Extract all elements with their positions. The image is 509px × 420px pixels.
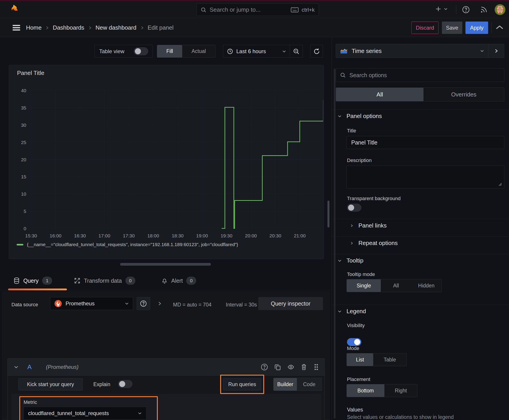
apply-button[interactable]: Apply — [465, 22, 488, 34]
chevron-right-icon — [140, 26, 144, 30]
query-ref-id[interactable]: A — [27, 363, 32, 371]
grafana-logo[interactable] — [8, 4, 20, 15]
hide-response-eye-icon[interactable] — [287, 364, 295, 370]
section-legend[interactable]: Legend — [338, 308, 366, 315]
legend-mode-list[interactable]: List — [347, 353, 373, 366]
breadcrumb-home[interactable]: Home — [26, 24, 42, 31]
run-queries-button[interactable]: Run queries — [223, 378, 261, 390]
query-help-icon[interactable] — [261, 363, 268, 371]
options-scrollbar[interactable] — [334, 69, 335, 419]
section-tooltip[interactable]: Tooltip — [338, 257, 363, 264]
datasource-label: Data source — [11, 302, 38, 308]
hamburger-menu-icon[interactable] — [12, 24, 21, 31]
visibility-label: Visibility — [347, 323, 365, 329]
max-data-points-summary: MD = auto = 704 — [173, 302, 211, 308]
visualization-picker: Time series — [336, 44, 504, 58]
chevron-right-icon — [88, 26, 91, 30]
builder-code-segmented: Builder Code — [273, 378, 322, 391]
chart-legend[interactable]: {__name__="cloudflared_tunnel_total_requ… — [17, 242, 238, 247]
transparent-background-label: Transparent background — [347, 196, 401, 202]
help-icon[interactable] — [462, 6, 470, 14]
explain-toggle[interactable] — [118, 380, 132, 388]
actual-option[interactable]: Actual — [182, 45, 215, 57]
vertical-scrollbar[interactable] — [327, 201, 329, 227]
fill-option[interactable]: Fill — [157, 45, 182, 57]
section-panel-options[interactable]: Panel options — [338, 113, 382, 120]
timeseries-chart[interactable]: 15:3016:0016:3017:0017:3018:0018:3019:00… — [9, 81, 323, 240]
legend-visibility-toggle[interactable] — [347, 338, 361, 346]
section-repeat-options[interactable]: Repeat options — [350, 240, 398, 247]
bell-icon — [161, 278, 168, 284]
datasource-help-button[interactable] — [137, 297, 150, 310]
builder-option[interactable]: Builder — [273, 378, 297, 391]
refresh-button[interactable] — [310, 45, 323, 58]
legend-placement-right[interactable]: Right — [384, 384, 417, 397]
tab-query-count: 1 — [42, 277, 52, 285]
user-avatar[interactable] — [495, 4, 505, 15]
duplicate-query-icon[interactable] — [274, 364, 281, 370]
chevron-right-icon — [350, 224, 353, 228]
top-bar: Search or jump to... ctrl+k — [0, 1, 509, 18]
tab-query-label: Query — [23, 278, 38, 284]
code-option[interactable]: Code — [297, 378, 322, 391]
tab-alert-label: Alert — [171, 278, 183, 284]
collapse-query-chevron-icon[interactable] — [14, 366, 18, 369]
legend-placement-label: Placement — [347, 376, 370, 382]
description-textarea[interactable] — [347, 165, 504, 188]
tooltip-mode-hidden[interactable]: Hidden — [411, 279, 441, 292]
tab-transform-data[interactable]: Transform data 0 — [74, 271, 135, 290]
query-editor-container: Data source Prometheus MD = auto = 704 I… — [2, 292, 329, 420]
svg-text:40: 40 — [21, 88, 26, 93]
options-expand-chevron-icon[interactable] — [158, 301, 161, 306]
query-inspector-button[interactable]: Query inspector — [258, 297, 323, 310]
global-search[interactable]: Search or jump to... ctrl+k — [196, 4, 319, 16]
delete-query-trash-icon[interactable] — [301, 364, 307, 370]
panel-title[interactable]: Panel Title — [17, 69, 44, 76]
table-view-label: Table view — [99, 48, 124, 54]
breadcrumb-new-dashboard[interactable]: New dashboard — [96, 24, 137, 31]
section-panel-links[interactable]: Panel links — [350, 222, 387, 229]
search-options-field[interactable]: Search options — [336, 68, 504, 82]
legend-mode-label: Mode — [347, 345, 359, 351]
breadcrumb-dashboards[interactable]: Dashboards — [53, 24, 84, 31]
collapse-header-chevron-up-icon[interactable] — [495, 24, 504, 30]
legend-placement-bottom[interactable]: Bottom — [347, 384, 384, 397]
kick-start-query-button[interactable]: Kick start your query — [18, 378, 83, 390]
editor-tabs: Query 1 Transform data 0 Alert 0 — [0, 271, 331, 290]
explain-label: Explain — [93, 381, 110, 388]
breadcrumb: Home Dashboards New dashboard Edit panel — [26, 18, 174, 37]
table-view-toggle[interactable] — [134, 47, 148, 55]
tooltip-mode-single[interactable]: Single — [347, 279, 381, 292]
datasource-select[interactable]: Prometheus — [50, 297, 133, 310]
tab-all[interactable]: All — [336, 88, 424, 101]
drag-handle-icon[interactable] — [314, 363, 319, 371]
tooltip-title: Tooltip — [347, 257, 363, 264]
add-menu-button[interactable] — [435, 6, 448, 12]
save-button[interactable]: Save — [442, 22, 462, 34]
tab-overrides[interactable]: Overrides — [424, 88, 504, 101]
metric-select[interactable]: cloudflared_tunnel_total_requests — [23, 407, 146, 420]
time-range-picker[interactable]: Last 6 hours — [223, 45, 290, 57]
tooltip-mode-all[interactable]: All — [381, 279, 411, 292]
resize-handle-icon[interactable] — [498, 182, 502, 186]
panel-title-input[interactable] — [347, 136, 504, 149]
svg-text:20: 20 — [21, 157, 26, 162]
svg-text:5: 5 — [23, 209, 26, 214]
breadcrumb-bar: Home Dashboards New dashboard Edit panel… — [0, 18, 509, 37]
discard-button[interactable]: Discard — [411, 22, 439, 34]
tab-query[interactable]: Query 1 — [14, 271, 52, 290]
transparent-background-toggle[interactable] — [347, 204, 361, 211]
legend-series-label[interactable]: {__name__="cloudflared_tunnel_total_requ… — [27, 242, 238, 247]
zoom-out-button[interactable] — [290, 45, 303, 57]
svg-text:17:30: 17:30 — [123, 233, 135, 238]
horizontal-scrollbar[interactable] — [120, 263, 211, 266]
news-rss-icon[interactable] — [480, 6, 488, 14]
visualization-select[interactable]: Time series — [336, 44, 488, 58]
collapse-pane-chevron-right-icon[interactable] — [488, 44, 504, 58]
tab-transform-label: Transform data — [84, 278, 122, 284]
time-range-label: Last 6 hours — [236, 48, 266, 54]
chevron-down-icon — [338, 115, 342, 118]
tab-alert[interactable]: Alert 0 — [161, 271, 196, 290]
svg-text:15:30: 15:30 — [25, 233, 37, 238]
legend-mode-table[interactable]: Table — [373, 353, 406, 366]
